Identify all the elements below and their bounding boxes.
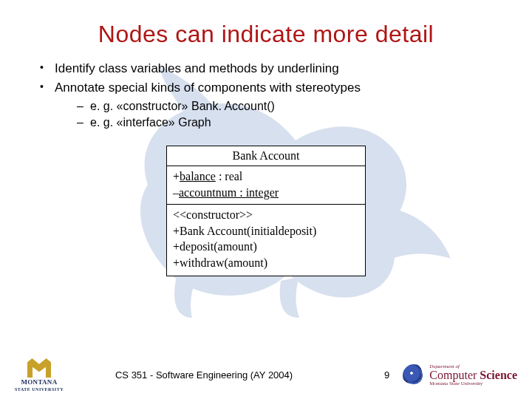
uml-operations: <<constructor>> +Bank Account(initialdep… bbox=[167, 205, 365, 275]
sub-bullet-item: e. g. «constructor» Bank. Account() bbox=[77, 100, 502, 113]
uml-class-name: Bank Account bbox=[167, 146, 365, 166]
cs-dept-name: Computer Science bbox=[429, 369, 517, 381]
uml-class-diagram: Bank Account +balance : real –accountnum… bbox=[166, 146, 366, 276]
uml-attribute: +balance : real bbox=[173, 168, 359, 185]
cs-dept-logo: Department of Computer Science Montana S… bbox=[403, 364, 517, 386]
slide-footer: MONTANA STATE UNIVERSITY CS 351 - Softwa… bbox=[0, 358, 532, 392]
cs-univ-label: Montana State University bbox=[429, 381, 517, 386]
msu-name: MONTANA bbox=[21, 379, 58, 386]
bullet-list: Identify class variables and methods by … bbox=[30, 61, 502, 129]
bullet-text: Identify class variables and methods by … bbox=[55, 61, 339, 75]
uml-attribute: –accountnum : integer bbox=[173, 185, 359, 201]
cs-swirl-icon bbox=[403, 364, 425, 386]
bullet-item: Identify class variables and methods by … bbox=[37, 61, 502, 76]
sub-bullet-list: e. g. «constructor» Bank. Account() e. g… bbox=[55, 100, 502, 129]
bullet-item: Annotate special kinds of components wit… bbox=[37, 81, 502, 129]
footer-course-text: CS 351 - Software Engineering (AY 2004) bbox=[64, 369, 371, 381]
uml-operation: +withdraw(amount) bbox=[173, 255, 359, 271]
msu-logo: MONTANA STATE UNIVERSITY bbox=[15, 358, 64, 392]
msu-m-icon bbox=[27, 358, 51, 378]
sub-bullet-item: e. g. «interface» Graph bbox=[77, 116, 502, 129]
slide-content: Nodes can indicate more detail Identify … bbox=[0, 0, 532, 276]
msu-subtitle: STATE UNIVERSITY bbox=[15, 387, 64, 392]
uml-stereotype: <<constructor>> bbox=[173, 207, 359, 223]
slide-title: Nodes can indicate more detail bbox=[30, 21, 502, 48]
uml-operation: +deposit(amount) bbox=[173, 239, 359, 255]
uml-attributes: +balance : real –accountnum : integer bbox=[167, 166, 365, 205]
uml-operation: +Bank Account(initialdeposit) bbox=[173, 223, 359, 239]
bullet-text: Annotate special kinds of components wit… bbox=[55, 81, 361, 95]
slide-number: 9 bbox=[371, 369, 403, 381]
